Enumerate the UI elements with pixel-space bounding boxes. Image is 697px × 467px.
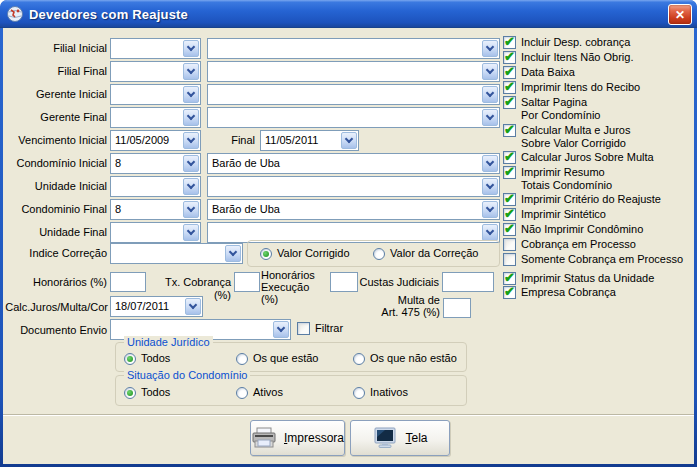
radio-icon (353, 353, 365, 365)
checkbox-data-baixa[interactable]: ✔ Data Baixa (503, 66, 575, 79)
impressora-button[interactable]: Impressora (250, 420, 345, 456)
check-icon: ✔ (504, 206, 515, 221)
radio-uj-os-que-estao[interactable]: Os que estão (236, 352, 318, 365)
check-icon: ✔ (504, 94, 515, 109)
radio-icon (260, 248, 272, 260)
check-icon: ✔ (504, 122, 515, 137)
radio-label: Valor Corrigido (277, 247, 350, 260)
checkbox-calcular-juros-sobre-multa[interactable]: ✔ Calcular Juros Sobre Multa (503, 151, 654, 164)
field-label: Multa de Art. 475 (%) (360, 294, 440, 318)
checkbox-label: Imprimir Resumo Totais Condomínio (521, 166, 612, 192)
chevron-down-icon[interactable] (183, 178, 199, 195)
radio-sc-inativos[interactable]: Inativos (353, 386, 408, 399)
groupbox-unidade-juridico: Unidade Jurídico Todos Os que estão Os q… (115, 342, 467, 372)
checkbox-icon: ✔ (297, 322, 310, 335)
chevron-down-icon[interactable] (183, 109, 199, 126)
chevron-down-icon[interactable] (183, 86, 199, 103)
radio-label: Inativos (370, 386, 408, 399)
checkbox-imprimir-criterio-reajuste[interactable]: ✔ Imprimir Critério do Reajuste (503, 193, 661, 206)
chevron-down-icon[interactable] (482, 40, 498, 57)
unidade-final-combo[interactable] (110, 222, 201, 243)
condominio-inicial-desc-combo[interactable]: Barão de Uba (207, 153, 500, 174)
honorarios-input[interactable] (110, 272, 146, 292)
checkbox-icon: ✔ (503, 238, 516, 251)
row-condominio-inicial: Condomínio Inicial 8 Barão de Uba (3, 153, 500, 174)
checkbox-imprimir-resumo[interactable]: ✔ Imprimir Resumo Totais Condomínio (503, 166, 612, 192)
radio-sc-todos[interactable]: Todos (124, 386, 170, 399)
tx-cobranca-input[interactable] (234, 272, 260, 292)
chevron-down-icon[interactable] (482, 109, 498, 126)
calc-juros-multa-combo[interactable]: 18/07/2011 (110, 296, 203, 317)
radio-icon (236, 353, 248, 365)
tela-button[interactable]: Tela (350, 420, 450, 456)
multa-art-475-input[interactable] (443, 298, 471, 318)
gerente-inicial-desc-combo[interactable] (207, 84, 500, 105)
chevron-down-icon[interactable] (183, 155, 199, 172)
checkbox-filtrar[interactable]: ✔ Filtrar (297, 322, 343, 335)
checkbox-imprimir-sintetico[interactable]: ✔ Imprimir Sintético (503, 208, 606, 221)
gerente-inicial-combo[interactable] (110, 84, 201, 105)
field-label: Condominio Final (3, 199, 107, 220)
checkbox-empresa-cobranca[interactable]: ✔ Empresa Cobrança (503, 286, 616, 299)
checkbox-icon: ✔ (503, 223, 516, 236)
gerente-final-combo[interactable] (110, 107, 201, 128)
radio-valor-da-correcao[interactable]: Valor da Correção (373, 247, 478, 260)
radio-label: Valor da Correção (390, 247, 478, 260)
gerente-final-desc-combo[interactable] (207, 107, 500, 128)
vencimento-inicial-combo[interactable]: 11/05/2009 (110, 130, 201, 151)
condominio-final-desc-combo[interactable]: Barão de Uba (207, 199, 500, 220)
chevron-down-icon[interactable] (341, 132, 357, 149)
chevron-down-icon[interactable] (183, 201, 199, 218)
chevron-down-icon[interactable] (482, 178, 498, 195)
filial-final-desc-combo[interactable] (207, 61, 500, 82)
checkbox-icon: ✔ (503, 81, 516, 94)
checkbox-cobranca-em-processo[interactable]: ✔ Cobrança em Processo (503, 238, 636, 251)
combo-value: Barão de Uba (208, 200, 499, 219)
condominio-final-combo[interactable]: 8 (110, 199, 201, 220)
chevron-down-icon[interactable] (183, 40, 199, 57)
checkbox-somente-cobranca-processo[interactable]: ✔ Somente Cobrança em Processo (503, 253, 683, 266)
chevron-down-icon[interactable] (482, 86, 498, 103)
checkbox-icon: ✔ (503, 151, 516, 164)
chevron-down-icon[interactable] (183, 132, 199, 149)
filial-final-combo[interactable] (110, 61, 201, 82)
checkbox-incluir-desp-cobranca[interactable]: ✔ Incluir Desp. cobrança (503, 36, 630, 49)
check-icon: ✔ (504, 270, 515, 285)
field-label: Honorários Execução (%) (261, 269, 329, 305)
checkbox-imprimir-itens-recibo[interactable]: ✔ Imprimir Itens do Recibo (503, 81, 640, 94)
close-button[interactable]: ✕ (668, 4, 692, 25)
vencimento-final-combo[interactable]: 11/05/2011 (260, 130, 359, 151)
chevron-down-icon[interactable] (482, 63, 498, 80)
row-condominio-final: Condominio Final 8 Barão de Uba (3, 199, 500, 220)
checkbox-icon: ✔ (503, 286, 516, 299)
chevron-down-icon[interactable] (183, 63, 199, 80)
condominio-inicial-combo[interactable]: 8 (110, 153, 201, 174)
radio-icon (124, 387, 136, 399)
indice-correcao-combo[interactable] (110, 243, 243, 264)
radio-uj-os-que-nao-estao[interactable]: Os que não estão (353, 352, 457, 365)
checkbox-imprimir-status-unidade[interactable]: ✔ Imprimir Status da Unidade (503, 272, 654, 285)
checkbox-icon: ✔ (503, 208, 516, 221)
chevron-down-icon[interactable] (482, 201, 498, 218)
unidade-inicial-desc-combo[interactable] (207, 176, 500, 197)
chevron-down-icon[interactable] (185, 298, 201, 315)
filial-inicial-combo[interactable] (110, 38, 201, 59)
close-icon: ✕ (675, 8, 685, 22)
unidade-inicial-combo[interactable] (110, 176, 201, 197)
custas-judiciais-input[interactable] (442, 272, 494, 292)
chevron-down-icon[interactable] (482, 155, 498, 172)
honorarios-execucao-input[interactable] (330, 272, 358, 292)
chevron-down-icon[interactable] (225, 245, 241, 262)
chevron-down-icon[interactable] (273, 321, 289, 338)
radio-uj-todos[interactable]: Todos (124, 352, 170, 365)
checkbox-saltar-pagina[interactable]: ✔ Saltar Pagina Por Condomínio (503, 96, 601, 122)
chevron-down-icon[interactable] (482, 224, 498, 241)
checkbox-calcular-multa-juros[interactable]: ✔ Calcular Multa e Juros Sobre Valor Cor… (503, 124, 630, 150)
checkbox-incluir-itens-nao-obrig[interactable]: ✔ Incluir Itens Não Obrig. (503, 51, 634, 64)
titlebar[interactable]: Devedores com Reajuste ✕ (0, 0, 697, 28)
radio-sc-ativos[interactable]: Ativos (236, 386, 283, 399)
checkbox-nao-imprimir-condomino[interactable]: ✔ Não Imprimir Condômino (503, 223, 643, 236)
filial-inicial-desc-combo[interactable] (207, 38, 500, 59)
radio-valor-corrigido[interactable]: Valor Corrigido (260, 247, 350, 260)
chevron-down-icon[interactable] (183, 224, 199, 241)
